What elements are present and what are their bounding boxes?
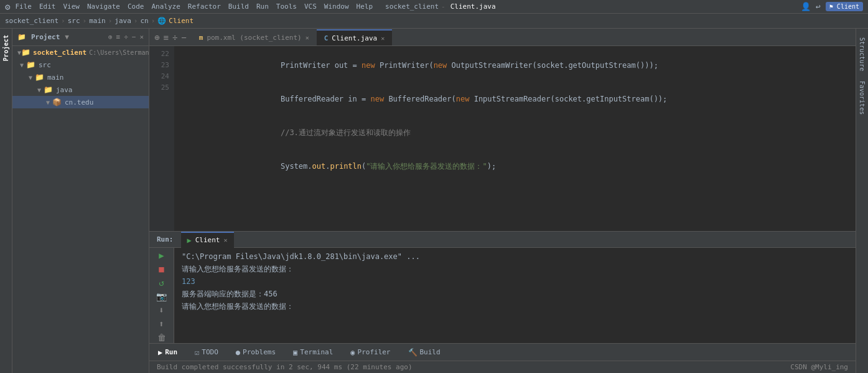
menu-edit[interactable]: Edit [39, 2, 56, 11]
tab-pom-close[interactable]: ✕ [306, 34, 309, 41]
title-project: socket_client [385, 2, 439, 11]
run-btn-restart[interactable]: ↺ [156, 278, 168, 288]
tree-label-java: java [56, 86, 73, 94]
run-btn-up[interactable]: ⬆ [156, 319, 168, 329]
panel-icon-sync[interactable]: ÷ [124, 33, 128, 41]
menu-view[interactable]: View [63, 2, 80, 11]
code-line-23: BufferedReader in = new BufferedReader(n… [182, 82, 848, 116]
bottom-btn-terminal-label: Terminal [300, 348, 333, 356]
tab-list-icon[interactable]: ≡ [163, 32, 168, 42]
tree-item-root[interactable]: ▼ 📁 socket_client C:\Users\Sterman\Deskt… [12, 46, 149, 59]
breadcrumb-item-2[interactable]: main [89, 17, 106, 25]
menu-build[interactable]: Build [228, 2, 249, 11]
tab-bar: ⊕ ≡ ÷ − m pom.xml (socket_client) ✕ C Cl… [149, 29, 856, 46]
window-controls[interactable]: 👤 ↩ ⚑ Client [801, 2, 863, 11]
tree-label-src: src [39, 61, 51, 69]
status-right: CSDN @Myli_ing [790, 363, 848, 371]
code-content[interactable]: PrintWriter out = new PrintWriter(new Ou… [174, 46, 856, 231]
run-btn-trash[interactable]: 🗑 [156, 333, 168, 342]
breadcrumb-item-3[interactable]: java [114, 17, 131, 25]
title-bar: ⚙ File Edit View Navigate Code Analyze R… [0, 0, 868, 14]
panel-icon-collapse[interactable]: − [132, 33, 136, 41]
right-tab-favorites[interactable]: Favorites [857, 77, 867, 118]
bottom-btn-terminal[interactable]: ▣ Terminal [289, 347, 337, 358]
tree-label-cntedu: cn.tedu [65, 98, 93, 106]
tab-xml-icon: m [199, 34, 203, 42]
editor-area: ⊕ ≡ ÷ − m pom.xml (socket_client) ✕ C Cl… [149, 29, 856, 373]
title-filename: Client.java [450, 2, 496, 11]
menu-window[interactable]: Window [324, 2, 349, 11]
breadcrumb-item-5[interactable]: 🌐 [157, 17, 166, 25]
panel-header-icons: ⊕ ≡ ÷ − × [108, 33, 144, 41]
java-folder-icon: 📁 [44, 85, 54, 94]
run-output-prompt2: 请输入您想给服务器发送的数据： [182, 300, 848, 313]
tab-pom-label: pom.xml (socket_client) [207, 34, 301, 42]
run-output-input: 123 [182, 275, 848, 288]
user-icon[interactable]: 👤 [801, 2, 811, 11]
tab-minus-icon[interactable]: − [181, 32, 186, 42]
breadcrumb-item-4[interactable]: cn [140, 17, 148, 25]
tab-pom-xml[interactable]: m pom.xml (socket_client) ✕ [192, 29, 317, 45]
terminal-icon: ▣ [293, 348, 297, 357]
run-content: ▶ ■ ↺ 📷 ⬇ ⬆ 🗑 📌 "C:\Program Files\Java\j… [149, 248, 856, 343]
run-btn-stop[interactable]: ■ [156, 264, 168, 274]
run-btn-camera[interactable]: 📷 [156, 291, 168, 301]
app-icon: ⚙ [5, 2, 10, 12]
run-tab-close[interactable]: ✕ [223, 237, 227, 243]
tree-item-src[interactable]: ▼ 📁 src [12, 59, 149, 71]
tab-client-java[interactable]: C Client.java ✕ [317, 29, 393, 45]
tab-bar-icons: ⊕ ≡ ÷ − [149, 29, 192, 45]
bottom-btn-build[interactable]: 🔨 Build [404, 347, 444, 358]
vcs-icon[interactable]: ↩ [816, 2, 821, 11]
run-tab-client[interactable]: ▶ Client ✕ [181, 232, 234, 248]
panel-folder-icon: 📁 [17, 33, 26, 41]
breadcrumb-item-1[interactable]: src [68, 17, 80, 25]
sidebar-tab-project[interactable]: Project [1, 31, 11, 65]
code-line-25: System.out.println("请输入你想给服务器发送的数据："); [182, 149, 848, 183]
tab-add-icon[interactable]: ⊕ [154, 32, 159, 42]
panel-icon-settings[interactable]: × [139, 33, 144, 41]
breadcrumb-item-0[interactable]: socket_client [5, 17, 58, 25]
bottom-btn-profiler[interactable]: ◉ Profiler [347, 347, 394, 358]
problems-icon: ● [236, 348, 240, 357]
run-area: Run: ▶ Client ✕ ▶ ■ ↺ 📷 ⬇ ⬆ 🗑 [149, 231, 856, 343]
menu-navigate[interactable]: Navigate [87, 2, 120, 11]
bottom-btn-todo[interactable]: ☑ TODO [191, 347, 222, 358]
menu-vcs[interactable]: VCS [304, 2, 317, 11]
bottom-btn-build-label: Build [420, 348, 441, 356]
status-left: Build completed successfully in 2 sec, 9… [157, 363, 413, 371]
menu-bar[interactable]: File Edit View Navigate Code Analyze Ref… [15, 2, 373, 11]
run-btn-down[interactable]: ⬇ [156, 305, 168, 315]
tab-client-close[interactable]: ✕ [381, 35, 385, 42]
run-output-path: "C:\Program Files\Java\jdk1.8.0_281\bin\… [182, 250, 848, 263]
run-btn-play[interactable]: ▶ [156, 250, 168, 260]
menu-refactor[interactable]: Refactor [188, 2, 221, 11]
tree-item-java[interactable]: ▼ 📁 java [12, 83, 149, 96]
bottom-btn-problems[interactable]: ● Problems [232, 347, 279, 358]
panel-icon-list[interactable]: ≡ [116, 33, 121, 41]
panel-icon-add[interactable]: ⊕ [108, 33, 113, 41]
breadcrumb-bar: socket_client › src › main › java › cn ›… [0, 14, 868, 29]
right-tab-structure[interactable]: Structure [857, 34, 867, 75]
menu-help[interactable]: Help [357, 2, 373, 11]
bottom-btn-problems-label: Problems [243, 348, 276, 356]
menu-run[interactable]: Run [256, 2, 269, 11]
run-icon: ▶ [158, 348, 162, 357]
pkg-icon: 📦 [52, 98, 62, 106]
breadcrumb-item-6[interactable]: Client [169, 17, 194, 25]
project-panel: 📁 Project ▼ ⊕ ≡ ÷ − × ▼ 📁 socket_client … [12, 29, 149, 373]
run-tab-label: Client [195, 236, 220, 244]
menu-tools[interactable]: Tools [276, 2, 297, 11]
tree-label-main: main [47, 73, 64, 82]
panel-dropdown-icon[interactable]: ▼ [65, 33, 69, 41]
tab-split-icon[interactable]: ÷ [172, 32, 177, 42]
bottom-btn-run[interactable]: ▶ Run [154, 347, 181, 358]
menu-file[interactable]: File [15, 2, 32, 11]
tree-item-main[interactable]: ▼ 📁 main [12, 71, 149, 83]
run-tab-icon: ▶ [187, 236, 192, 245]
menu-code[interactable]: Code [128, 2, 144, 11]
run-output[interactable]: "C:\Program Files\Java\jdk1.8.0_281\bin\… [174, 248, 856, 343]
tree-item-cntedu[interactable]: ▼ 📦 cn.tedu [12, 96, 149, 108]
menu-analyze[interactable]: Analyze [151, 2, 180, 11]
panel-title: Project [31, 33, 60, 41]
